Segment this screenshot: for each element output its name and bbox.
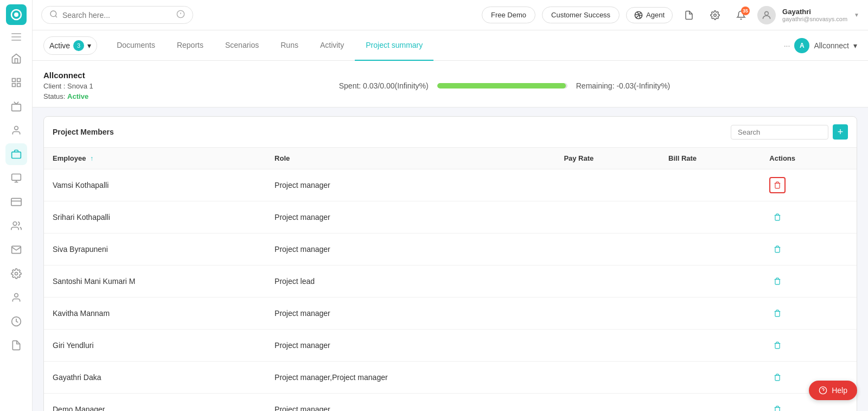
subheader: Active 3 ▾ Documents Reports Scenarios R… <box>33 30 868 61</box>
sidebar-item-briefcase[interactable] <box>5 143 27 165</box>
tab-scenarios[interactable]: Scenarios <box>214 30 270 61</box>
svg-rect-15 <box>11 198 21 205</box>
bill-rate-cell <box>660 394 761 412</box>
sidebar-item-mail[interactable] <box>5 239 27 261</box>
customer-success-button[interactable]: Customer Success <box>542 7 620 23</box>
agent-label: Agent <box>646 11 665 19</box>
svg-rect-6 <box>17 79 20 82</box>
sidebar-expand-icon[interactable] <box>10 31 23 42</box>
active-label: Active <box>49 41 70 50</box>
user-dropdown-arrow[interactable]: ▼ <box>854 12 859 18</box>
svg-rect-5 <box>12 79 15 82</box>
tab-activity[interactable]: Activity <box>309 30 355 61</box>
members-search-input[interactable] <box>731 125 828 140</box>
sidebar-item-dashboard[interactable] <box>5 72 27 93</box>
role-cell: Project manager,Project manager <box>266 362 555 394</box>
sidebar-item-credit-card[interactable] <box>5 191 27 213</box>
settings-icon-button[interactable] <box>705 5 725 25</box>
tab-reports[interactable]: Reports <box>166 30 214 61</box>
delete-button[interactable] <box>769 177 786 193</box>
svg-rect-7 <box>17 84 20 87</box>
bill-rate-cell <box>660 265 761 298</box>
table-row: Santoshi Mani Kumari M Project lead <box>44 265 857 298</box>
actions-cell <box>761 233 857 265</box>
budget-section: Spent: 0.03/0.00(Infinity%) Remaining: -… <box>152 81 857 90</box>
delete-button[interactable] <box>769 305 786 321</box>
svg-rect-2 <box>11 33 21 34</box>
more-options-icon[interactable]: ··· <box>784 41 790 50</box>
actions-cell <box>761 298 857 330</box>
user-name: Gayathri <box>782 8 847 16</box>
tab-runs[interactable]: Runs <box>270 30 309 61</box>
pay-rate-cell <box>555 265 660 298</box>
bill-rate-cell <box>660 201 761 233</box>
sidebar-item-user[interactable] <box>5 119 27 141</box>
sidebar-item-team[interactable] <box>5 215 27 237</box>
bill-rate-cell <box>660 233 761 265</box>
sidebar-item-clock[interactable] <box>5 311 27 332</box>
pay-rate-cell <box>555 201 660 233</box>
svg-rect-4 <box>11 40 21 41</box>
active-badge[interactable]: Active 3 ▾ <box>43 36 97 55</box>
pay-rate-cell <box>555 233 660 265</box>
svg-point-27 <box>714 14 717 16</box>
pay-rate-cell <box>555 298 660 330</box>
employee-cell: Kavitha Mannam <box>44 298 266 330</box>
user-info[interactable]: Gayathri gayathri@snovasys.com <box>782 8 847 22</box>
tab-project-summary[interactable]: Project summary <box>355 30 433 61</box>
svg-point-28 <box>765 11 769 15</box>
project-avatar: A <box>794 38 809 53</box>
delete-button[interactable] <box>769 401 786 411</box>
sidebar-item-monitor[interactable] <box>5 167 27 189</box>
employee-cell: Giri Yendluri <box>44 330 266 362</box>
delete-button[interactable] <box>769 273 786 289</box>
svg-point-19 <box>14 294 18 298</box>
free-demo-button[interactable]: Free Demo <box>482 7 535 23</box>
project-members-card: Project Members + Employee ↑ Role Pay Ra… <box>43 116 857 411</box>
svg-rect-9 <box>11 104 21 111</box>
budget-progress-bar <box>437 83 567 88</box>
project-label: A Allconnect ▾ <box>794 38 857 53</box>
delete-button[interactable] <box>769 337 786 353</box>
delete-button[interactable] <box>769 369 786 385</box>
bill-rate-cell <box>660 362 761 394</box>
svg-point-10 <box>14 127 18 130</box>
actions-cell <box>761 265 857 298</box>
bill-rate-cell <box>660 298 761 330</box>
svg-point-21 <box>50 11 56 17</box>
delete-button[interactable] <box>769 241 786 257</box>
role-cell: Project manager <box>266 330 555 362</box>
table-row: Srihari Kothapalli Project manager <box>44 201 857 233</box>
delete-button[interactable] <box>769 209 786 225</box>
actions-cell <box>761 169 857 201</box>
project-client: Client : Snova 1 <box>43 82 152 90</box>
help-button[interactable]: Help <box>809 381 857 400</box>
svg-rect-12 <box>11 174 21 181</box>
add-member-button[interactable]: + <box>833 124 848 140</box>
role-cell: Project lead <box>266 265 555 298</box>
sidebar-item-tv[interactable] <box>5 96 27 117</box>
tab-documents[interactable]: Documents <box>106 30 166 61</box>
members-table: Employee ↑ Role Pay Rate Bill Rate Actio… <box>44 148 857 411</box>
document-icon-button[interactable] <box>679 5 699 25</box>
sidebar-item-settings[interactable] <box>5 263 27 284</box>
sidebar-item-home[interactable] <box>5 48 27 69</box>
agent-button[interactable]: Agent <box>626 7 673 23</box>
search-box[interactable] <box>41 6 193 24</box>
notification-badge: 35 <box>741 7 750 15</box>
project-dropdown-icon[interactable]: ▾ <box>853 41 857 50</box>
col-actions: Actions <box>761 148 857 169</box>
search-input[interactable] <box>62 11 172 20</box>
sort-employee-icon[interactable]: ↑ <box>90 155 93 162</box>
sidebar-item-file[interactable] <box>5 334 27 356</box>
notification-icon-button[interactable]: 35 <box>731 5 751 25</box>
sidebar-item-person[interactable] <box>5 287 27 308</box>
actions-cell <box>761 330 857 362</box>
sidebar-logo[interactable] <box>6 4 27 25</box>
role-cell: Project manager <box>266 169 555 201</box>
svg-point-17 <box>13 222 17 226</box>
bill-rate-cell <box>660 169 761 201</box>
user-avatar[interactable] <box>757 6 776 24</box>
svg-line-22 <box>55 16 57 17</box>
project-info-bar: Allconnect Client : Snova 1 Status: Acti… <box>33 61 868 108</box>
